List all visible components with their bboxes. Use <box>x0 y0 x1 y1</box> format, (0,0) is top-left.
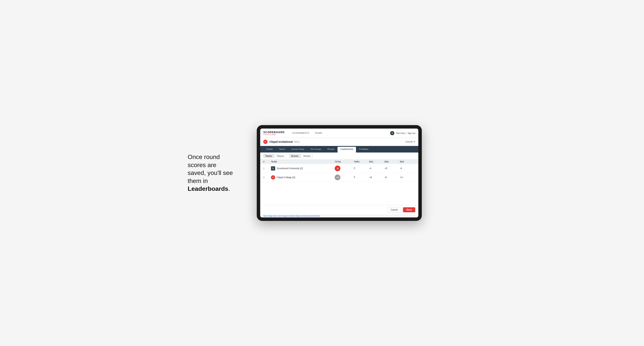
filter-strokes-btn[interactable]: Strokes <box>301 154 312 158</box>
team-cell: C Clippd College [A] <box>271 175 335 179</box>
score-badge-2: +3 <box>335 174 340 180</box>
cancel-button[interactable]: Cancel <box>388 207 401 212</box>
cancel-x-button[interactable]: Cancel ✕ <box>406 141 415 143</box>
tab-details[interactable]: Details <box>263 146 276 153</box>
nav-right: S Test User | Sign out <box>390 131 415 135</box>
tournament-header: C Clippd Invitational (Men) Cancel ✕ <box>260 138 418 146</box>
tab-results[interactable]: Results <box>324 146 338 153</box>
save-button[interactable]: Save <box>403 207 415 212</box>
logo-area: SCOREBOARD Powered by clippd <box>263 131 284 136</box>
table-row: 1 S Scoreboard University [A] -5 F -4 +5… <box>260 164 418 173</box>
table-row: 2 C Clippd College [A] +3 F +8 -8 +3 <box>260 173 418 182</box>
table-header: # TEAM TOTAL THRU RD1 RD2 RD3 <box>260 160 418 164</box>
team-logo: S <box>271 166 275 171</box>
tab-teams[interactable]: Teams <box>276 146 288 153</box>
filter-bar: Teams Players Scores Strokes <box>260 153 418 160</box>
bottom-bar: Cancel Save <box>260 205 418 214</box>
tab-printables[interactable]: Printables <box>356 146 372 153</box>
tablet-frame: SCOREBOARD Powered by clippd TOURNAMENTS… <box>257 125 422 221</box>
user-avatar: S <box>390 131 394 135</box>
nav-tournaments[interactable]: TOURNAMENTS <box>289 129 312 138</box>
tab-tee-groups[interactable]: Tee Groups <box>307 146 324 153</box>
tournament-icon: C <box>263 140 268 144</box>
sign-out-link[interactable]: Sign out <box>408 132 415 134</box>
sub-tabs: Details Teams Course Setup Tee Groups Re… <box>260 146 418 153</box>
empty-area <box>260 182 418 205</box>
tab-leaderboards[interactable]: Leaderboards <box>338 147 356 153</box>
score-badge-1: -5 <box>335 166 340 171</box>
logo-text: SCOREBOARD <box>263 131 284 134</box>
user-name: Test User | <box>396 132 406 134</box>
tablet-screen: SCOREBOARD Powered by clippd TOURNAMENTS… <box>260 129 418 217</box>
team-cell: S Scoreboard University [A] <box>271 166 335 171</box>
logo-sub: Powered by clippd <box>263 134 284 136</box>
team-logo: C <box>271 175 275 179</box>
nav-teams[interactable]: TEAMS <box>312 129 325 138</box>
filter-teams-btn[interactable]: Teams <box>263 154 274 158</box>
tournament-title: Clippd Invitational <box>270 140 293 143</box>
filter-scores-btn[interactable]: Scores <box>289 154 300 158</box>
intro-text: Once round scores are saved, you'll see … <box>188 153 245 193</box>
filter-players-btn[interactable]: Players <box>275 154 286 158</box>
leaderboard-table: # TEAM TOTAL THRU RD1 RD2 RD3 1 S Scoreb… <box>260 160 418 182</box>
nav-items: TOURNAMENTS TEAMS <box>289 129 390 138</box>
tournament-subtitle: (Men) <box>294 141 300 143</box>
tab-course-setup[interactable]: Course Setup <box>288 146 307 153</box>
url-bar: https://stage-blue-coach.stagescoreboard… <box>260 214 418 217</box>
top-nav: SCOREBOARD Powered by clippd TOURNAMENTS… <box>260 129 418 138</box>
